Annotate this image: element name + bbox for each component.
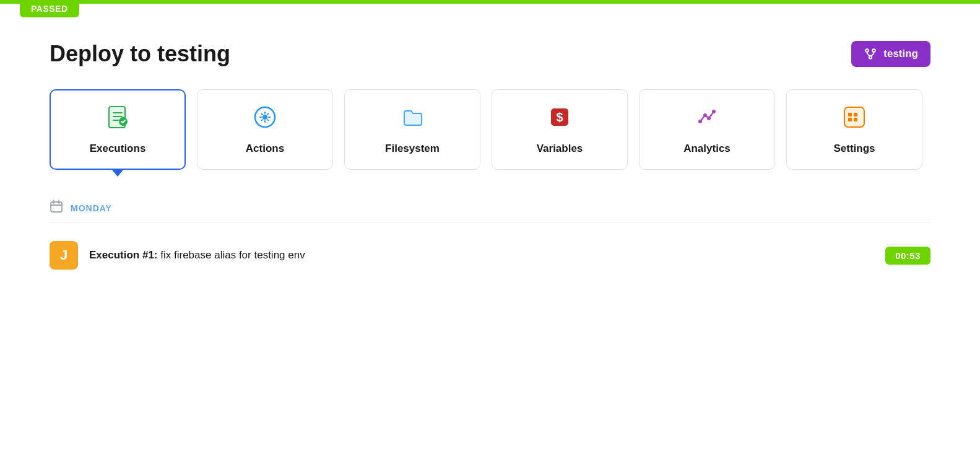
tab-filesystem-label: Filesystem: [385, 143, 440, 155]
execution-row: J Execution #1: fix firebase alias for t…: [50, 230, 930, 281]
tab-actions-label: Actions: [246, 143, 284, 155]
execution-description: fix firebase alias for testing env: [160, 249, 305, 261]
tab-actions[interactable]: Actions: [197, 89, 333, 170]
svg-point-12: [712, 110, 716, 113]
svg-rect-18: [51, 202, 62, 212]
day-label: MONDAY: [71, 203, 112, 213]
execution-label: Execution #1:: [89, 249, 158, 261]
tab-analytics-label: Analytics: [683, 143, 731, 155]
svg-text:$: $: [556, 110, 563, 124]
calendar-icon: [50, 200, 63, 217]
variables-icon: $: [547, 104, 573, 134]
tab-executions[interactable]: Executions: [50, 89, 186, 170]
day-section: MONDAY: [50, 200, 930, 222]
svg-rect-15: [848, 118, 852, 121]
execution-left: J Execution #1: fix firebase alias for t…: [50, 241, 305, 270]
tabs-row: Executions Actions Filesystem: [50, 89, 930, 170]
svg-rect-16: [854, 113, 857, 116]
svg-rect-13: [844, 107, 864, 127]
avatar: J: [50, 241, 78, 270]
passed-badge: PASSED: [20, 0, 79, 17]
svg-point-6: [262, 115, 267, 120]
svg-point-10: [703, 113, 707, 117]
svg-rect-17: [854, 118, 857, 121]
svg-rect-14: [848, 113, 852, 116]
actions-icon: [252, 104, 278, 134]
execution-text: Execution #1: fix firebase alias for tes…: [89, 249, 305, 262]
svg-point-11: [707, 116, 711, 120]
tab-settings[interactable]: Settings: [786, 89, 922, 170]
tab-filesystem[interactable]: Filesystem: [344, 89, 480, 170]
tab-variables-label: Variables: [537, 143, 583, 155]
tab-variables[interactable]: $ Variables: [492, 89, 628, 170]
page-title: Deploy to testing: [50, 41, 230, 67]
header-row: Deploy to testing testing: [50, 41, 930, 67]
env-badge-button[interactable]: testing: [851, 41, 930, 67]
analytics-icon: [694, 104, 720, 134]
settings-icon: [841, 104, 867, 134]
tab-analytics[interactable]: Analytics: [639, 89, 775, 170]
tab-executions-label: Executions: [90, 143, 146, 155]
filesystem-icon: [399, 104, 425, 134]
env-badge-label: testing: [883, 48, 918, 60]
duration-badge: 00:53: [885, 247, 930, 265]
svg-point-9: [698, 120, 702, 123]
tab-settings-label: Settings: [833, 143, 875, 155]
branch-icon: [864, 47, 877, 61]
executions-icon: [105, 104, 131, 134]
